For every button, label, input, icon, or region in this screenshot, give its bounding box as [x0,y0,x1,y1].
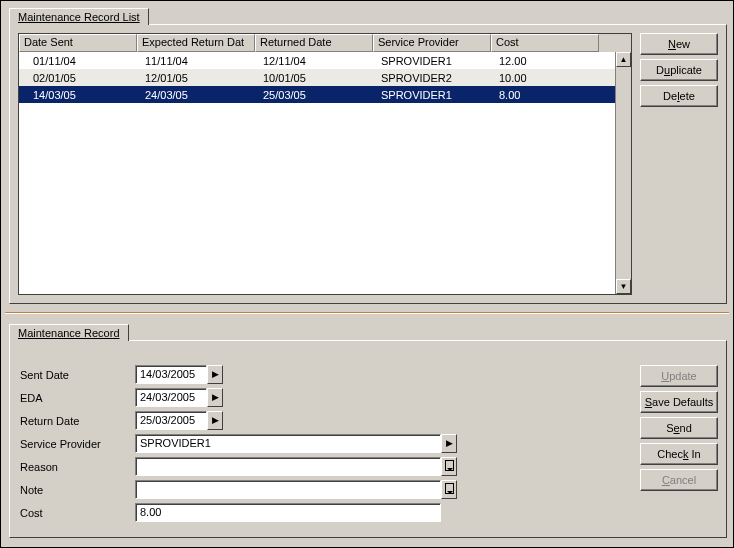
col-expected-return[interactable]: Expected Return Dat [137,34,255,52]
tab-detail[interactable]: Maintenance Record [9,324,129,341]
tab-list[interactable]: Maintenance Record List [9,8,149,25]
list-buttons: New Duplicate Delete [640,33,718,107]
list-panel: Date Sent Expected Return Dat Returned D… [9,24,727,304]
col-service-provider[interactable]: Service Provider [373,34,491,52]
sent-date-picker-icon[interactable]: ▶ [207,365,223,384]
scroll-down-button[interactable]: ▼ [616,279,631,294]
check-in-button[interactable]: Check In [640,443,718,465]
table-cell: SPROVIDER1 [373,88,491,102]
list-section: Maintenance Record List Date Sent Expect… [9,7,727,307]
input-sent-date[interactable]: 14/03/2005 [135,365,207,384]
input-return-date[interactable]: 25/03/2005 [135,411,207,430]
table-row[interactable]: 01/11/0411/11/0412/11/04SPROVIDER112.00 [19,52,615,69]
input-note[interactable] [135,480,441,499]
detail-section: Maintenance Record Sent Date 14/03/2005 … [9,323,727,541]
input-service-provider[interactable]: SPROVIDER1 [135,434,441,453]
detail-form: Sent Date 14/03/2005 ▶ EDA 24/03/2005 ▶ … [20,363,626,524]
table-cell: 10/01/05 [255,71,373,85]
table-cell: 01/11/04 [19,54,137,68]
label-cost: Cost [20,507,135,519]
note-dropdown-icon[interactable] [441,480,457,499]
col-date-sent[interactable]: Date Sent [19,34,137,52]
table-cell: 12/01/05 [137,71,255,85]
table-cell: 14/03/05 [19,88,137,102]
table-cell: SPROVIDER2 [373,71,491,85]
duplicate-button[interactable]: Duplicate [640,59,718,81]
app-window: Maintenance Record List Date Sent Expect… [0,0,734,548]
row-reason: Reason [20,455,626,478]
grid-body[interactable]: 01/11/0411/11/0412/11/04SPROVIDER112.000… [19,52,615,294]
table-cell: 11/11/04 [137,54,255,68]
input-eda[interactable]: 24/03/2005 [135,388,207,407]
table-cell: 8.00 [491,88,599,102]
cancel-button[interactable]: Cancel [640,469,718,491]
table-cell: 12.00 [491,54,599,68]
detail-buttons: Update Save Defaults Send Check In Cance… [640,365,718,491]
table-cell: 02/01/05 [19,71,137,85]
delete-button[interactable]: Delete [640,85,718,107]
col-returned-date[interactable]: Returned Date [255,34,373,52]
send-button[interactable]: Send [640,417,718,439]
row-note: Note [20,478,626,501]
return-date-picker-icon[interactable]: ▶ [207,411,223,430]
table-cell: 25/03/05 [255,88,373,102]
eda-picker-icon[interactable]: ▶ [207,388,223,407]
label-reason: Reason [20,461,135,473]
row-cost: Cost 8.00 [20,501,626,524]
label-eda: EDA [20,392,135,404]
row-eda: EDA 24/03/2005 ▶ [20,386,626,409]
new-button[interactable]: New [640,33,718,55]
row-sent-date: Sent Date 14/03/2005 ▶ [20,363,626,386]
row-return-date: Return Date 25/03/2005 ▶ [20,409,626,432]
tab-detail-label: Maintenance Record [18,327,120,339]
table-row[interactable]: 14/03/0524/03/0525/03/05SPROVIDER18.00 [19,86,615,103]
scroll-up-button[interactable]: ▲ [616,52,631,67]
table-cell: 12/11/04 [255,54,373,68]
table-row[interactable]: 02/01/0512/01/0510/01/05SPROVIDER210.00 [19,69,615,86]
row-service-provider: Service Provider SPROVIDER1 ▶ [20,432,626,455]
update-button[interactable]: Update [640,365,718,387]
tab-list-label: Maintenance Record List [18,11,140,23]
label-note: Note [20,484,135,496]
label-sent-date: Sent Date [20,369,135,381]
vertical-scrollbar[interactable]: ▲ ▼ [615,52,631,294]
reason-dropdown-icon[interactable] [441,457,457,476]
save-defaults-button[interactable]: Save Defaults [640,391,718,413]
col-cost[interactable]: Cost [491,34,599,52]
section-divider [5,312,729,314]
table-cell: 10.00 [491,71,599,85]
input-cost[interactable]: 8.00 [135,503,441,522]
maintenance-grid: Date Sent Expected Return Dat Returned D… [18,33,632,295]
table-cell: 24/03/05 [137,88,255,102]
label-service-provider: Service Provider [20,438,135,450]
provider-picker-icon[interactable]: ▶ [441,434,457,453]
grid-header: Date Sent Expected Return Dat Returned D… [19,34,631,52]
detail-panel: Sent Date 14/03/2005 ▶ EDA 24/03/2005 ▶ … [9,340,727,538]
label-return-date: Return Date [20,415,135,427]
input-reason[interactable] [135,457,441,476]
table-cell: SPROVIDER1 [373,54,491,68]
